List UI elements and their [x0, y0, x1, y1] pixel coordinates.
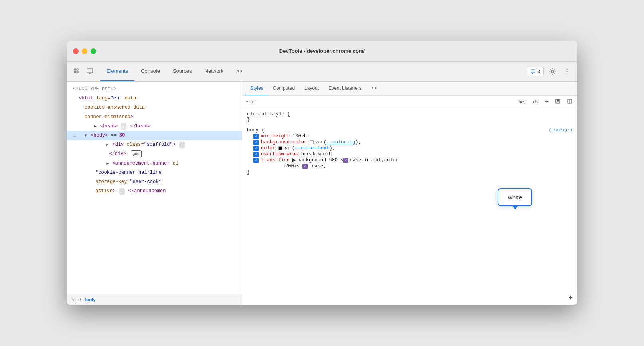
svg-rect-12 [557, 99, 559, 101]
window-title: DevTools - developer.chrome.com/ [279, 48, 365, 54]
svg-point-8 [567, 68, 568, 70]
svg-rect-1 [77, 69, 78, 70]
styles-filter: :hov .cls + [242, 96, 577, 108]
cls-button[interactable]: .cls [530, 99, 540, 105]
expand-icon[interactable] [292, 158, 296, 162]
toolbar-right: 3 [527, 66, 573, 77]
messages-badge[interactable]: 3 [527, 67, 544, 76]
dom-panel[interactable]: <!DOCTYPE html> <html lang="en" data- co… [67, 82, 242, 305]
main-tabs: Elements Console Sources Network >> [100, 62, 249, 81]
breadcrumb-html[interactable]: html [71, 297, 82, 302]
dom-breadcrumb: html body [67, 294, 242, 305]
css-property-color: color : var(--color-text) ; [247, 145, 573, 151]
dom-announcement-line3: storage-key="user-cooki [67, 177, 242, 187]
tab-styles[interactable]: Styles [245, 82, 268, 95]
dom-doctype-line: <!DOCTYPE html> [67, 85, 242, 94]
dom-html-line1: <html lang="en" data- [67, 94, 242, 103]
body-rule: body { (index):1 min-height : 100vh ; [247, 127, 573, 175]
dom-div-close-line: </div> grid [67, 149, 242, 159]
breadcrumb-body[interactable]: body [85, 297, 96, 302]
css-origin[interactable]: (index):1 [549, 128, 573, 133]
maximize-button[interactable] [91, 48, 96, 54]
save-style-button[interactable] [553, 98, 562, 106]
tab-computed[interactable]: Computed [268, 82, 300, 95]
hov-button[interactable]: :hov [516, 99, 527, 105]
color-checkbox[interactable] [253, 146, 259, 151]
svg-rect-14 [568, 99, 572, 103]
element-style-selector: element.style { [247, 111, 573, 117]
ease-in-out-checkbox[interactable] [343, 158, 348, 163]
svg-rect-4 [87, 69, 93, 73]
dom-head-line: ▶ <head> … </head> [67, 122, 242, 131]
body-rule-close: } [247, 169, 573, 175]
element-style-rule: element.style { } [247, 111, 573, 123]
tooltip-text: white [508, 194, 522, 201]
main-content: <!DOCTYPE html> <html lang="en" data- co… [67, 82, 577, 305]
traffic-lights [73, 48, 96, 54]
dom-announcement-line4: active> … </announcemen [67, 187, 242, 196]
tab-sources[interactable]: Sources [166, 62, 198, 81]
css-property-bg-color: background-color : var(--color-bg) ; [247, 139, 573, 145]
tab-styles-more[interactable]: >> [366, 82, 381, 95]
more-icon[interactable] [561, 66, 573, 77]
tab-more[interactable]: >> [230, 62, 249, 81]
color-bg-link[interactable]: --color-bg [326, 139, 355, 145]
color-swatch[interactable] [278, 146, 282, 150]
filter-input[interactable] [245, 99, 512, 105]
toolbar: Elements Console Sources Network >> 3 [67, 62, 577, 82]
svg-point-9 [567, 71, 568, 72]
devtools-window: DevTools - developer.chrome.com/ Element… [67, 41, 577, 305]
dom-announcement-line1: ▶ <announcement-banner cl [67, 159, 242, 168]
svg-rect-0 [74, 69, 76, 70]
tab-network[interactable]: Network [198, 62, 230, 81]
bg-color-checkbox[interactable] [253, 140, 259, 145]
dom-div-scaffold-line: ▶ <div class="scaffold"> ⟨ [67, 140, 242, 149]
styles-panel: Styles Computed Layout Event Listeners >… [242, 82, 577, 305]
css-property-min-height: min-height : 100vh ; [247, 133, 573, 139]
min-height-checkbox[interactable] [253, 134, 259, 139]
element-style-close: } [247, 117, 573, 123]
filter-actions: :hov .cls + [516, 97, 574, 106]
tab-elements[interactable]: Elements [100, 62, 134, 81]
transition-checkbox[interactable] [253, 158, 259, 163]
svg-rect-2 [74, 71, 76, 73]
add-rule-button[interactable]: + [568, 294, 573, 302]
color-tooltip: white [498, 188, 532, 206]
svg-rect-3 [77, 71, 78, 73]
close-button[interactable] [73, 48, 79, 54]
tab-event-listeners[interactable]: Event Listeners [324, 82, 366, 95]
dom-announcement-line2: "cookie-banner hairline [67, 168, 242, 177]
minimize-button[interactable] [82, 48, 87, 54]
dom-html-line3: banner-dismissed> [67, 113, 242, 122]
overflow-wrap-checkbox[interactable] [253, 152, 259, 157]
color-text-link[interactable]: --color-text [295, 145, 329, 151]
tab-console[interactable]: Console [134, 62, 166, 81]
dom-html-line2: cookies-answered data- [67, 103, 242, 112]
css-property-transition-2: 200ms ease; [247, 163, 573, 169]
inspect-icon[interactable] [84, 66, 95, 77]
tab-layout[interactable]: Layout [300, 82, 324, 95]
new-rule-button[interactable]: + [543, 97, 550, 106]
body-selector: body { [247, 127, 264, 133]
settings-icon[interactable] [547, 66, 558, 77]
ease-checkbox[interactable] [302, 164, 308, 169]
layout-button[interactable] [565, 98, 574, 106]
styles-content: element.style { } body { (index):1 [242, 108, 577, 305]
bg-color-swatch[interactable] [310, 140, 314, 144]
styles-tabs: Styles Computed Layout Event Listeners >… [242, 82, 577, 96]
cursor-icon[interactable] [71, 66, 83, 77]
titlebar: DevTools - developer.chrome.com/ [67, 41, 577, 62]
css-property-overflow-wrap: overflow-wrap : break-word ; [247, 151, 573, 157]
css-property-transition: transition : background 500ms ease-in-ou… [247, 157, 573, 163]
svg-point-7 [551, 70, 554, 73]
svg-point-10 [567, 73, 568, 74]
dom-body-line[interactable]: … ▼ <body> == $0 [67, 131, 242, 140]
svg-rect-13 [557, 102, 559, 103]
